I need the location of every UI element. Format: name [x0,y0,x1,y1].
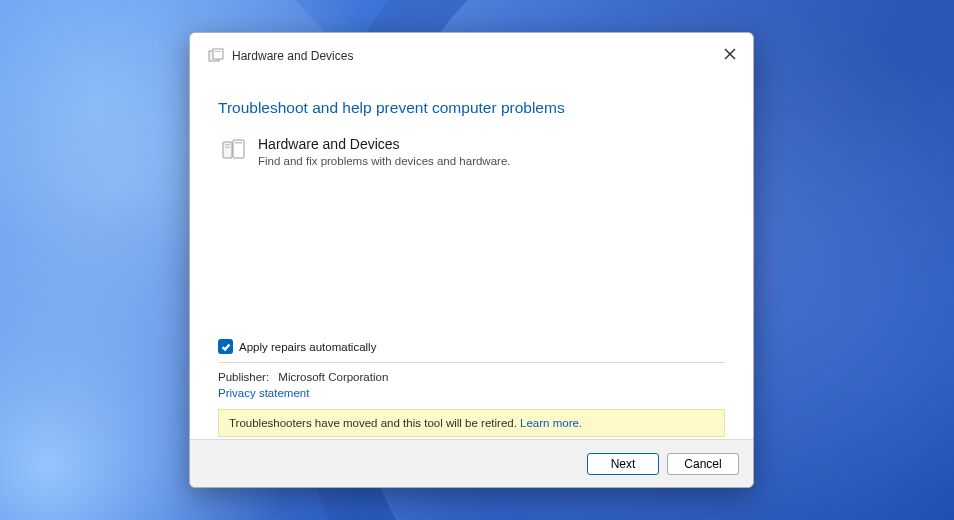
apply-repairs-checkbox-row[interactable]: Apply repairs automatically [218,333,725,363]
svg-rect-9 [235,142,242,144]
troubleshooter-icon [208,48,224,64]
retirement-notice: Troubleshooters have moved and this tool… [218,409,725,437]
troubleshooter-item-text: Hardware and Devices Find and fix proble… [258,135,511,169]
svg-rect-1 [213,49,223,59]
main-heading: Troubleshoot and help prevent computer p… [218,99,725,117]
hardware-icon [220,135,248,163]
dialog-content: Troubleshoot and help prevent computer p… [190,71,753,439]
close-button[interactable] [715,39,745,69]
privacy-statement-link[interactable]: Privacy statement [218,387,725,399]
checkmark-icon [221,342,231,352]
publisher-row: Publisher: Microsoft Corporation [218,371,725,383]
publisher-value: Microsoft Corporation [278,371,388,383]
notice-text: Troubleshooters have moved and this tool… [229,417,520,429]
window-title: Hardware and Devices [232,49,353,63]
titlebar: Hardware and Devices [190,33,753,71]
close-icon [724,48,736,60]
svg-rect-2 [215,51,221,52]
apply-repairs-checkbox[interactable] [218,339,233,354]
item-title: Hardware and Devices [258,135,511,153]
troubleshooter-dialog: Hardware and Devices Troubleshoot and he… [189,32,754,488]
learn-more-link[interactable]: Learn more. [520,417,582,429]
cancel-button[interactable]: Cancel [667,453,739,475]
checkbox-label: Apply repairs automatically [239,341,376,353]
dialog-footer: Next Cancel [190,439,753,487]
svg-rect-7 [225,144,230,145]
publisher-label: Publisher: [218,371,269,383]
svg-rect-8 [225,147,230,148]
next-button[interactable]: Next [587,453,659,475]
item-description: Find and fix problems with devices and h… [258,153,511,169]
troubleshooter-item: Hardware and Devices Find and fix proble… [218,133,725,175]
